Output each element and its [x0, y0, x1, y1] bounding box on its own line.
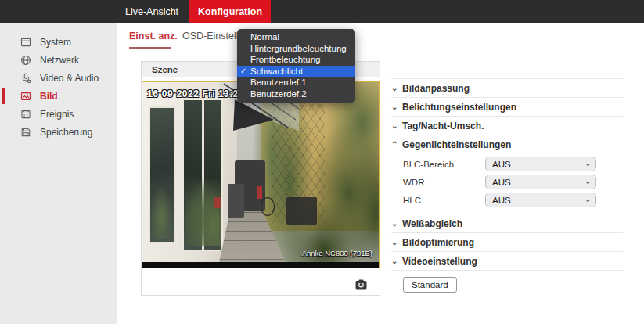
- blc-bereich-select[interactable]: AUS ⌄: [485, 157, 596, 171]
- section-bildoptimierung[interactable]: ⌄ Bildoptimierung: [391, 232, 623, 251]
- wdr-select[interactable]: AUS ⌄: [485, 175, 596, 189]
- system-window-icon: [20, 37, 31, 48]
- chevron-down-icon: ⌄: [391, 220, 398, 228]
- dropdown-option-schwachlicht[interactable]: ✓ Schwachlicht: [237, 66, 355, 77]
- image-settings-panel: ⌄ Bildanpassung ⌄ Belichtungseinstellung…: [391, 78, 623, 293]
- blc-bereich-label: BLC-Bereich: [391, 160, 485, 169]
- sidebar-item-speicherung[interactable]: Speicherung: [0, 123, 117, 141]
- chevron-down-icon: ⌄: [391, 103, 398, 111]
- sidebar-item-system[interactable]: System: [0, 33, 117, 51]
- chevron-down-icon: ⌄: [391, 257, 398, 265]
- dropdown-option-hintergrundbeleuchtung[interactable]: Hintergrundbeleuchtung: [237, 43, 355, 55]
- section-label: Weißabgleich: [402, 218, 462, 229]
- section-weissabgleich[interactable]: ⌄ Weißabgleich: [391, 214, 623, 232]
- section-label: Bildanpassung: [402, 83, 470, 94]
- setting-row-blc: BLC-Bereich AUS ⌄: [391, 155, 623, 173]
- standard-button[interactable]: Standard: [403, 277, 457, 293]
- sidebar-item-label: Netzwerk: [40, 55, 79, 66]
- microphone-icon: [20, 73, 31, 84]
- camera-config-page: Live-Ansicht Konfiguration System Netzwe…: [0, 0, 644, 324]
- sidebar-item-label: Speicherung: [40, 127, 92, 138]
- content-tabbar: Einst. anz. OSD-Einstellungen: [117, 23, 644, 49]
- sidebar: System Netzwerk Video & Audio: [0, 23, 117, 324]
- check-icon: ✓: [240, 66, 246, 77]
- chevron-down-icon: ⌄: [585, 160, 591, 167]
- image-icon: [20, 91, 31, 102]
- hlc-label: HLC: [391, 196, 485, 205]
- scene-glass-canopy: [142, 82, 379, 268]
- sidebar-item-bild[interactable]: Bild: [0, 87, 117, 105]
- settings-footer: Standard: [391, 270, 623, 293]
- hlc-select[interactable]: AUS ⌄: [485, 193, 596, 207]
- sidebar-item-label: Video & Audio: [40, 73, 99, 84]
- sidebar-item-label: Ereignis: [40, 109, 74, 120]
- section-label: Belichtungseinstellungen: [402, 102, 516, 113]
- setting-row-wdr: WDR AUS ⌄: [391, 173, 623, 191]
- section-label: Gegenlichteinstellungen: [402, 139, 511, 150]
- gegenlicht-settings-rows: BLC-Bereich AUS ⌄ WDR AUS ⌄ HLC AUS ⌄: [391, 153, 623, 214]
- setting-row-hlc: HLC AUS ⌄: [391, 191, 623, 209]
- sidebar-item-label: System: [40, 37, 71, 48]
- tab-einst-anz[interactable]: Einst. anz.: [129, 31, 178, 41]
- sidebar-item-netzwerk[interactable]: Netzwerk: [0, 51, 117, 69]
- select-value: AUS: [492, 196, 511, 205]
- dropdown-option-benutzerdef2[interactable]: Benutzerdef.2: [237, 88, 355, 100]
- section-label: Videoeinstellung: [402, 256, 477, 267]
- section-bildanpassung[interactable]: ⌄ Bildanpassung: [391, 78, 623, 97]
- chevron-down-icon: ⌄: [391, 122, 398, 130]
- wdr-label: WDR: [391, 178, 485, 187]
- section-tag-nacht-umsch[interactable]: ⌄ Tag/Nacht-Umsch.: [391, 116, 623, 135]
- chevron-down-icon: ⌄: [585, 196, 591, 203]
- dropdown-option-benutzerdef1[interactable]: Benutzerdef.1: [237, 77, 355, 88]
- chevron-down-icon: ⌄: [585, 178, 591, 185]
- section-label: Tag/Nacht-Umsch.: [402, 121, 484, 131]
- section-label: Bildoptimierung: [402, 237, 474, 248]
- letterbox-bar: [142, 262, 379, 268]
- snapshot-camera-icon[interactable]: [355, 279, 367, 289]
- sidebar-item-video-audio[interactable]: Video & Audio: [0, 69, 117, 87]
- osd-camera-name: Annke NC800 (791B): [302, 249, 372, 257]
- select-value: AUS: [492, 178, 511, 187]
- chevron-up-icon: ⌃: [391, 141, 398, 149]
- tab-live-view[interactable]: Live-Ansicht: [114, 0, 189, 23]
- tab-configuration[interactable]: Konfiguration: [189, 0, 271, 23]
- calendar-icon: [20, 109, 31, 120]
- section-videoeinstellung[interactable]: ⌄ Videoeinstellung: [391, 251, 623, 270]
- dropdown-option-normal[interactable]: Normal: [237, 31, 355, 43]
- dropdown-option-frontbeleuchtung[interactable]: Frontbeleuchtung: [237, 54, 355, 66]
- select-value: AUS: [492, 160, 511, 169]
- section-gegenlichteinstellungen[interactable]: ⌃ Gegenlichteinstellungen: [391, 135, 623, 153]
- dropdown-option-label: Schwachlicht: [250, 67, 303, 76]
- globe-icon: [20, 55, 31, 66]
- topbar: Live-Ansicht Konfiguration: [0, 0, 644, 23]
- camera-preview-image: 16-09-2022 Fri 13:20:53 Annke NC800 (791…: [142, 81, 380, 268]
- sidebar-item-label: Bild: [40, 91, 58, 102]
- chevron-down-icon: ⌄: [391, 239, 398, 247]
- scene-mode-dropdown-menu: Normal Hintergrundbeleuchtung Frontbeleu…: [237, 29, 355, 103]
- floppy-disk-icon: [20, 127, 31, 138]
- chevron-down-icon: ⌄: [391, 85, 398, 92]
- sidebar-item-ereignis[interactable]: Ereignis: [0, 105, 117, 123]
- active-tab-underline: [129, 47, 171, 49]
- section-belichtungseinstellungen[interactable]: ⌄ Belichtungseinstellungen: [391, 97, 623, 116]
